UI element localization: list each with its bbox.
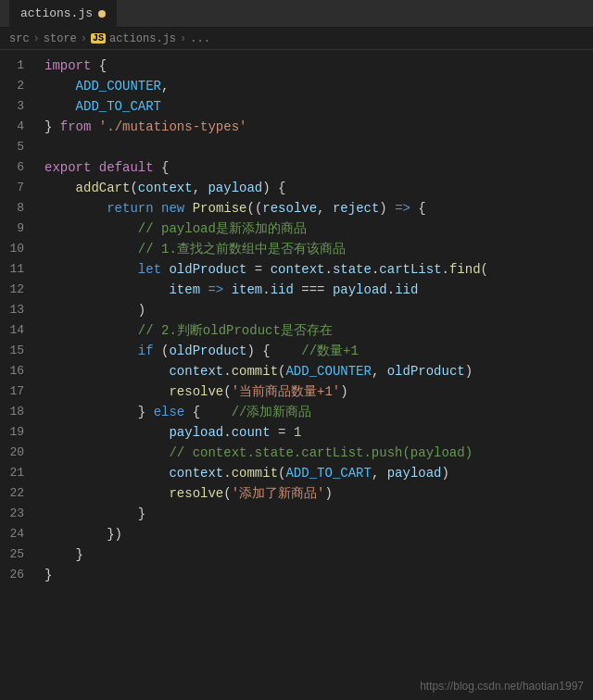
ln-22: 22 — [0, 483, 30, 504]
ln-11: 11 — [0, 259, 30, 280]
ln-7: 7 — [0, 178, 30, 198]
code-line-10: // 1.查找之前数组中是否有该商品 — [44, 239, 593, 259]
ln-15: 15 — [0, 341, 30, 361]
file-tab[interactable]: actions.js — [9, 0, 117, 28]
code-line-16: context.commit(ADD_COUNTER, oldProduct) — [44, 361, 593, 381]
ln-10: 10 — [0, 239, 30, 259]
ln-12: 12 — [0, 280, 30, 300]
ln-14: 14 — [0, 320, 30, 341]
ln-5: 5 — [0, 137, 30, 157]
ln-20: 20 — [0, 443, 30, 463]
tab-filename: actions.js — [20, 6, 93, 20]
ln-4: 4 — [0, 117, 30, 137]
code-line-17: resolve('当前商品数量+1') — [44, 381, 593, 402]
code-content: import { ADD_COUNTER, ADD_TO_CART } from… — [37, 50, 593, 700]
ln-26: 26 — [0, 565, 30, 585]
breadcrumb-src: src — [9, 32, 30, 45]
code-line-19: payload.count = 1 — [44, 422, 593, 443]
code-line-6: export default { — [44, 157, 593, 178]
ln-2: 2 — [0, 76, 30, 96]
ln-21: 21 — [0, 463, 30, 483]
ln-13: 13 — [0, 300, 30, 320]
title-bar: actions.js — [0, 0, 593, 28]
code-line-8: return new Promise((resolve, reject) => … — [44, 198, 593, 219]
code-area: 1 2 3 4 5 6 7 8 9 10 11 12 13 14 15 16 1… — [0, 50, 593, 700]
code-line-24: }) — [44, 524, 593, 544]
code-line-22: resolve('添加了新商品') — [44, 483, 593, 504]
code-line-25: } — [44, 544, 593, 565]
ln-8: 8 — [0, 198, 30, 219]
code-line-12: item => item.iid === payload.iid — [44, 280, 593, 300]
ln-18: 18 — [0, 402, 30, 422]
watermark: https://blog.csdn.net/haotian1997 — [420, 680, 584, 693]
code-line-7: addCart(context, payload) { — [44, 178, 593, 198]
code-line-1: import { — [44, 56, 593, 76]
code-line-11: let oldProduct = context.state.cartList.… — [44, 259, 593, 280]
code-line-14: // 2.判断oldProduct是否存在 — [44, 320, 593, 341]
breadcrumb: src › store › JS actions.js › ... — [0, 28, 593, 50]
code-line-13: ) — [44, 300, 593, 320]
code-line-15: if (oldProduct) { //数量+1 — [44, 341, 593, 361]
breadcrumb-file: actions.js — [109, 32, 176, 45]
ln-1: 1 — [0, 56, 30, 76]
ln-23: 23 — [0, 504, 30, 524]
modified-dot — [98, 10, 106, 18]
ln-3: 3 — [0, 96, 30, 117]
code-line-26: } — [44, 565, 593, 585]
code-line-2: ADD_COUNTER, — [44, 76, 593, 96]
ln-6: 6 — [0, 157, 30, 178]
code-line-23: } — [44, 504, 593, 524]
breadcrumb-ellipsis: ... — [190, 32, 210, 45]
js-icon: JS — [91, 33, 106, 44]
code-line-9: // payload是新添加的商品 — [44, 219, 593, 239]
code-line-4: } from './mutations-types' — [44, 117, 593, 137]
line-numbers: 1 2 3 4 5 6 7 8 9 10 11 12 13 14 15 16 1… — [0, 50, 37, 700]
breadcrumb-store: store — [44, 32, 77, 45]
ln-16: 16 — [0, 361, 30, 381]
code-line-5 — [44, 137, 593, 157]
ln-19: 19 — [0, 422, 30, 443]
ln-9: 9 — [0, 219, 30, 239]
ln-24: 24 — [0, 524, 30, 544]
ln-17: 17 — [0, 381, 30, 402]
code-line-18: } else { //添加新商品 — [44, 402, 593, 422]
code-line-3: ADD_TO_CART — [44, 96, 593, 117]
code-line-21: context.commit(ADD_TO_CART, payload) — [44, 463, 593, 483]
ln-25: 25 — [0, 544, 30, 565]
code-line-20: // context.state.cartList.push(payload) — [44, 443, 593, 463]
